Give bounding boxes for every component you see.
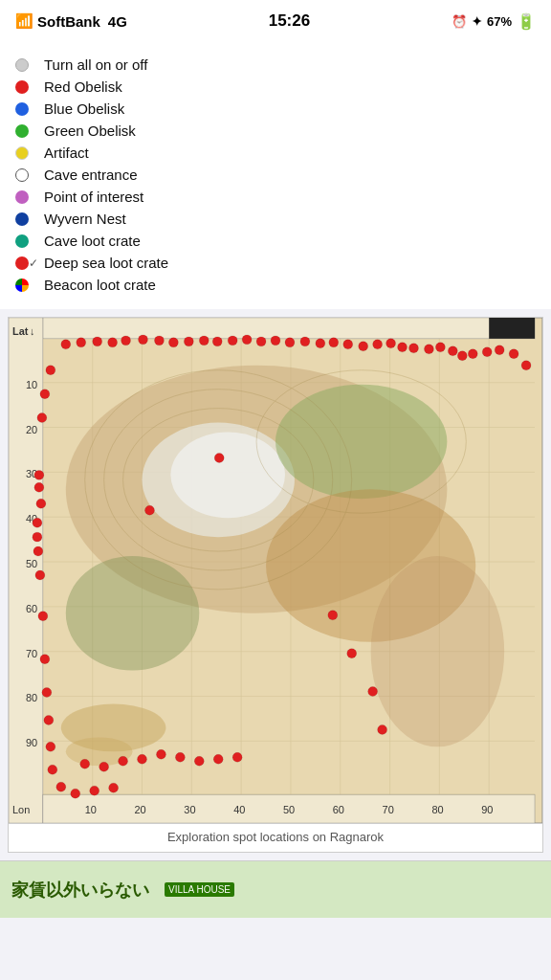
svg-text:60: 60 — [333, 804, 344, 815]
svg-point-69 — [212, 337, 222, 346]
svg-point-113 — [368, 687, 378, 697]
svg-point-95 — [37, 413, 47, 423]
svg-point-98 — [36, 499, 46, 508]
svg-point-87 — [457, 351, 467, 361]
svg-point-85 — [435, 343, 445, 352]
svg-point-77 — [329, 338, 339, 347]
legend-dot-toggle — [15, 58, 29, 72]
svg-point-91 — [509, 349, 518, 359]
svg-point-72 — [256, 337, 266, 346]
legend-label-toggle: Turn all on or off — [44, 56, 147, 73]
legend-dot-cave-loot-crate — [15, 234, 29, 248]
svg-text:10: 10 — [26, 379, 37, 390]
svg-point-124 — [56, 782, 66, 791]
legend-label-point-of-interest: Point of interest — [44, 189, 143, 205]
svg-point-100 — [33, 532, 42, 542]
svg-point-61 — [93, 337, 102, 346]
svg-point-89 — [482, 347, 492, 357]
svg-point-62 — [108, 338, 118, 347]
svg-point-81 — [386, 339, 396, 348]
ad-text: 家賃以外いらない — [11, 879, 149, 902]
svg-rect-2 — [43, 318, 535, 339]
svg-point-74 — [285, 338, 295, 347]
svg-text:50: 50 — [26, 558, 37, 569]
checkmark-icon: ✓ — [29, 256, 38, 270]
svg-point-121 — [194, 756, 204, 766]
legend-dot-red-obelisk — [15, 80, 29, 94]
svg-point-101 — [33, 546, 43, 556]
svg-point-65 — [154, 336, 164, 345]
svg-point-92 — [521, 361, 531, 370]
svg-point-66 — [168, 338, 178, 347]
legend-label-cave-entrance: Cave entrance — [44, 167, 138, 183]
legend-item-toggle[interactable]: Turn all on or off — [15, 54, 536, 76]
svg-point-48 — [276, 385, 447, 500]
svg-text:↓: ↓ — [30, 325, 34, 337]
legend-item-artifact[interactable]: Artifact — [15, 142, 536, 164]
legend-label-deep-sea-loot-crate: Deep sea loot crate — [44, 255, 168, 271]
svg-text:80: 80 — [26, 693, 37, 704]
svg-point-119 — [156, 749, 165, 759]
svg-point-125 — [71, 789, 80, 798]
svg-point-47 — [170, 433, 285, 519]
svg-text:60: 60 — [26, 603, 37, 614]
battery-icon: 🔋 — [517, 12, 536, 31]
map-container[interactable]: Lat ↓ 10 20 30 40 50 60 70 80 90 Lon 10 … — [8, 317, 543, 824]
legend-dot-deep-sea-loot-crate — [15, 256, 29, 270]
svg-point-94 — [40, 390, 50, 399]
svg-text:90: 90 — [26, 737, 37, 748]
svg-text:Lon: Lon — [12, 804, 30, 815]
legend-panel: Turn all on or offRed ObeliskBlue Obelis… — [0, 42, 551, 309]
svg-point-110 — [144, 505, 154, 515]
legend-label-wyvern-nest: Wyvern Nest — [44, 211, 126, 227]
svg-point-80 — [373, 340, 383, 349]
legend-item-point-of-interest[interactable]: Point of interest — [15, 186, 536, 208]
svg-rect-58 — [489, 318, 535, 339]
svg-point-64 — [139, 335, 148, 345]
svg-point-109 — [214, 453, 224, 462]
svg-text:Lat: Lat — [12, 325, 29, 337]
svg-point-117 — [119, 756, 128, 766]
legend-item-red-obelisk[interactable]: Red Obelisk — [15, 76, 536, 98]
svg-point-82 — [398, 343, 408, 352]
legend-label-blue-obelisk: Blue Obelisk — [44, 100, 124, 117]
svg-point-71 — [242, 335, 252, 345]
svg-text:90: 90 — [481, 804, 493, 815]
svg-point-59 — [61, 340, 71, 349]
svg-point-53 — [371, 556, 505, 746]
legend-item-beacon-loot-crate[interactable]: Beacon loot crate — [15, 274, 536, 296]
svg-point-83 — [409, 344, 419, 353]
legend-dot-point-of-interest — [15, 190, 29, 204]
svg-text:20: 20 — [26, 424, 37, 435]
svg-text:10: 10 — [85, 804, 97, 815]
svg-point-84 — [424, 345, 433, 354]
svg-point-68 — [199, 336, 209, 345]
svg-point-112 — [347, 649, 357, 658]
legend-item-cave-loot-crate[interactable]: Cave loot crate — [15, 230, 536, 252]
svg-point-99 — [33, 518, 42, 527]
svg-point-75 — [300, 337, 310, 346]
legend-item-blue-obelisk[interactable]: Blue Obelisk — [15, 98, 536, 120]
svg-point-111 — [328, 611, 338, 620]
svg-point-103 — [38, 612, 48, 621]
legend-item-wyvern-nest[interactable]: Wyvern Nest — [15, 208, 536, 230]
svg-point-50 — [66, 556, 200, 671]
svg-point-106 — [44, 715, 54, 724]
svg-point-105 — [42, 688, 52, 698]
legend-item-green-obelisk[interactable]: Green Obelisk — [15, 120, 536, 142]
legend-dot-blue-obelisk — [15, 102, 29, 116]
legend-item-cave-entrance[interactable]: Cave entrance — [15, 164, 536, 186]
status-bar: 📶 SoftBank 4G 15:26 ⏰ ✦ 67% 🔋 — [0, 0, 551, 42]
legend-label-green-obelisk: Green Obelisk — [44, 122, 136, 139]
svg-point-88 — [468, 349, 477, 359]
legend-item-deep-sea-loot-crate[interactable]: ✓Deep sea loot crate — [15, 252, 536, 274]
svg-text:20: 20 — [135, 804, 146, 815]
legend-label-cave-loot-crate: Cave loot crate — [44, 233, 141, 249]
svg-text:30: 30 — [184, 804, 195, 815]
legend-dot-artifact — [15, 146, 29, 160]
svg-point-126 — [90, 786, 99, 795]
svg-text:80: 80 — [431, 804, 443, 815]
legend-dot-wyvern-nest — [15, 212, 29, 226]
ad-banner[interactable]: 家賃以外いらない VILLA HOUSE — [0, 860, 551, 918]
svg-point-86 — [448, 346, 457, 356]
